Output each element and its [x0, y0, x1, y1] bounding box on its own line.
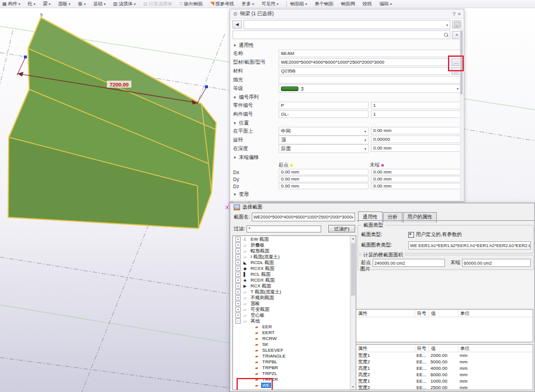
tree-expand-icon[interactable]: + — [235, 266, 241, 271]
toolbar-item[interactable]: 钢筋网 ▾ — [341, 1, 355, 7]
toolbar-item[interactable]: 单个钢筋 ▾ — [315, 1, 333, 7]
back-button[interactable]: ◀ — [232, 20, 242, 29]
profile-name-combobox[interactable]: WE2000*5000*4000*6000*1000*2500*2000*300… — [252, 213, 355, 221]
tree-expand-icon[interactable]: + — [235, 272, 241, 277]
dy-end-field[interactable] — [371, 176, 461, 182]
filter-input[interactable] — [246, 226, 321, 233]
toolbar-item[interactable]: ▥ 浇筑体 ▾ — [113, 1, 136, 7]
save-button[interactable] — [452, 20, 461, 29]
toolbar-item[interactable]: 编辑 ▾ — [380, 1, 392, 7]
toolbar-item[interactable]: ▾ — [286, 1, 287, 7]
tree-item[interactable]: ▰ WE — [233, 382, 356, 388]
tree-expand-icon[interactable]: + — [235, 307, 241, 312]
dialog-titlebar[interactable]: 选择截面 — [230, 203, 534, 211]
tree-expand-icon[interactable]: + — [235, 237, 241, 242]
section-header-general[interactable]: ▼ 通用性 — [233, 42, 461, 48]
table-row[interactable]: 高度2 EE... 6000.00 mm — [356, 372, 533, 378]
table-row[interactable]: 宽度2 EE... 2500.00 mm — [356, 384, 533, 391]
tree-item[interactable]: + ▱ 折叠板 — [233, 242, 356, 248]
part-start-field[interactable] — [371, 102, 461, 109]
toolbar-item[interactable]: 梁 ▾ — [43, 1, 51, 7]
dy-start-field[interactable] — [279, 176, 369, 182]
assembly-prefix-field[interactable] — [279, 110, 369, 118]
part-prefix-field[interactable] — [279, 102, 369, 109]
tree-expand-icon[interactable]: − — [235, 318, 241, 324]
tree-expand-icon[interactable]: + — [235, 248, 241, 254]
dx-end-field[interactable] — [371, 169, 461, 175]
tree-item[interactable]: + ▱ 不规则截面 — [233, 294, 356, 300]
on-plane-offset-field[interactable] — [371, 127, 461, 134]
dz-start-field[interactable] — [279, 183, 369, 189]
table-row[interactable]: 宽度2 EE... 5000.00 mm — [356, 359, 533, 365]
tree-item[interactable]: ▰ TRPBR — [233, 365, 356, 370]
tree-expand-icon[interactable]: + — [235, 289, 241, 294]
profile-tree[interactable]: + £ EW 截面 + ▱ 折叠板 + ▱ 帽形截面 + ▱ I 截面(混凝土)… — [232, 235, 356, 390]
tree-item[interactable]: + ▱ 可变截面 — [233, 306, 356, 312]
filter-button[interactable]: 过滤(F) — [328, 225, 355, 233]
toolbar-item[interactable]: 柱 ▾ — [28, 1, 36, 7]
tree-item[interactable]: + ▱ 面板 — [233, 300, 356, 306]
toolbar-item[interactable]: 更多 ▾ — [242, 1, 254, 7]
tree-expand-icon[interactable]: + — [235, 301, 241, 306]
tree-item[interactable]: + ▱ I 截面(混凝土) — [233, 254, 356, 259]
tree-item[interactable]: ▰ TRIANGLE — [233, 353, 356, 359]
tree-scrollbar[interactable]: ▲ ▼ — [350, 236, 356, 390]
finish-field[interactable] — [279, 76, 461, 84]
help-icon[interactable]: ? — [453, 11, 456, 17]
toolbar-item[interactable]: 绞线 ▾ — [363, 1, 372, 7]
panel-scrollbar[interactable] — [460, 28, 463, 200]
name-field[interactable] — [279, 50, 461, 57]
tree-expand-icon[interactable]: + — [235, 242, 241, 248]
toolbar-item[interactable]: 基础 ▾ — [93, 1, 106, 7]
toolbar-item[interactable]: 钢筋组 ▾ — [290, 1, 307, 7]
tree-item[interactable]: + ◆ RCXX 截面 — [233, 265, 356, 271]
tree-expand-icon[interactable]: + — [235, 254, 241, 259]
tree-expand-icon[interactable]: + — [235, 313, 241, 318]
tree-item[interactable]: ▰ TRPBL — [233, 359, 356, 365]
tree-item[interactable]: + ▌ RCL 截面 — [233, 271, 356, 277]
tree-expand-icon[interactable]: + — [235, 283, 241, 289]
scroll-down-icon[interactable]: ▼ — [350, 384, 356, 390]
rotation-dropdown[interactable]: 顶 ▾ — [279, 136, 369, 144]
assembly-start-field[interactable] — [371, 110, 461, 118]
tree-item[interactable]: ▰ TRPZL — [233, 370, 356, 376]
toolbar-item[interactable]: 可见性 ▾ — [262, 1, 279, 7]
tree-item[interactable]: + ◣ RCDL 截面 — [233, 259, 356, 265]
tree-item[interactable]: − ▱ 其他 — [233, 318, 356, 324]
on-plane-dropdown[interactable]: 中间 ▾ — [279, 127, 369, 136]
toolbar-item[interactable]: 面板 ▾ — [58, 1, 71, 7]
tree-item[interactable]: ▰ SK — [233, 341, 356, 347]
search-input[interactable] — [232, 30, 450, 39]
tree-expand-icon[interactable]: + — [235, 277, 241, 283]
tree-item[interactable]: + ▱ T 截面(混凝土) — [233, 289, 356, 294]
tree-item[interactable]: ▰ TRPZR — [233, 376, 356, 382]
tree-item[interactable]: + ▱ 帽形截面 — [233, 248, 356, 254]
class-dropdown[interactable]: 3 ▾ — [279, 84, 461, 93]
toolbar-item[interactable]: ◥ 按参考线 ▾ — [210, 1, 234, 7]
tree-item[interactable]: ▰ RCRW — [233, 335, 356, 341]
profile-field[interactable] — [279, 58, 450, 66]
toolbar-item[interactable]: ∷ 纵向钢筋 ▾ — [180, 1, 203, 7]
section-header-deformation[interactable]: ▼ 变形 — [233, 191, 461, 197]
toolbar-item[interactable]: ▦ 构件 ▾ — [2, 1, 20, 7]
material-field[interactable] — [279, 67, 450, 75]
at-depth-dropdown[interactable]: 后面 ▾ — [279, 144, 369, 153]
section-header-position[interactable]: ▼ 位置 — [233, 120, 461, 126]
table-row[interactable]: 高度1 EE... 4000.00 mm — [356, 365, 533, 372]
close-icon[interactable]: × — [458, 11, 461, 17]
rotation-offset-field[interactable] — [371, 136, 461, 143]
tree-item[interactable]: + ▱ 空心板 — [233, 312, 356, 318]
tree-expand-icon[interactable]: + — [235, 295, 241, 300]
tree-item[interactable]: + ▶ RCX 截面 — [233, 283, 356, 289]
panel-titlebar[interactable]: ⚙ 钢梁 (1 已选择) ? × — [230, 9, 464, 19]
tree-expand-icon[interactable]: + — [235, 260, 241, 265]
section-header-end-offset[interactable]: ▼ 末端偏移 — [233, 154, 461, 161]
toolbar-item[interactable]: 板 ▾ — [78, 1, 86, 7]
preset-combobox[interactable]: ▾ — [244, 20, 450, 29]
dx-start-field[interactable] — [279, 169, 369, 175]
dz-end-field[interactable] — [371, 183, 461, 189]
table-row[interactable]: 宽度1 EE... 2000.00 mm — [356, 352, 533, 359]
toolbar-item[interactable]: ▥ 计算浇筑体 ▾ — [143, 1, 172, 7]
gear-icon[interactable]: ⚙ — [233, 11, 238, 17]
tree-item[interactable]: + ◈ RCDX 截面 — [233, 277, 356, 283]
